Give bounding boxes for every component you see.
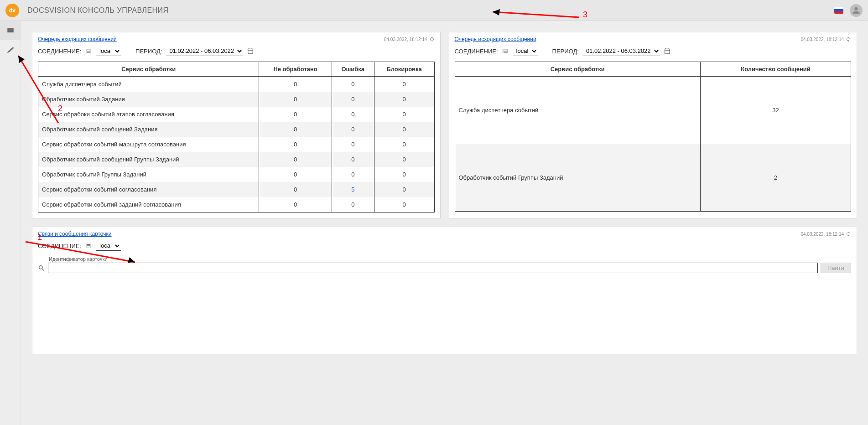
annotation-3: 3: [583, 10, 587, 20]
user-avatar[interactable]: [850, 4, 863, 17]
app-title: DOCSVISION КОНСОЛЬ УПРАВЛЕНИЯ: [27, 6, 169, 15]
app-header: dv DOCSVISION КОНСОЛЬ УПРАВЛЕНИЯ: [0, 0, 868, 21]
language-flag[interactable]: [834, 7, 843, 14]
app-logo: dv: [5, 4, 19, 17]
